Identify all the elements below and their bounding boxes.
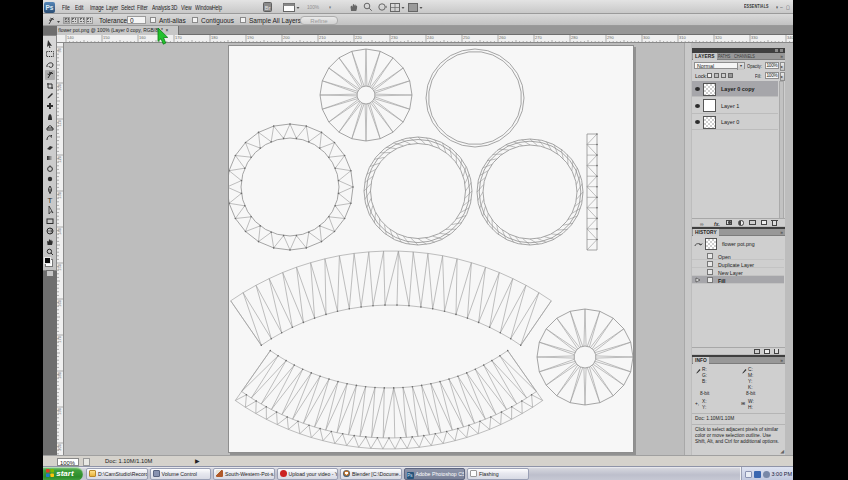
svg-text:T: T [48,196,53,205]
svg-text:Br: Br [265,5,271,11]
